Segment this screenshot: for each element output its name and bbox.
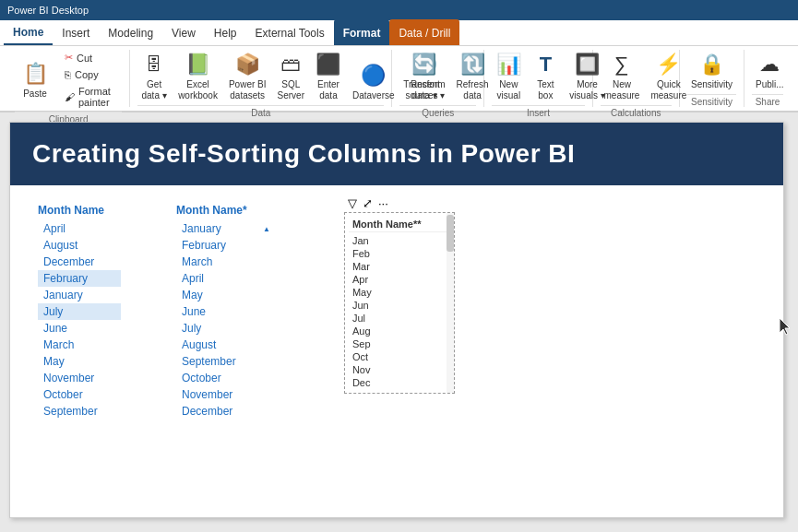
- paste-icon: 📋: [22, 61, 48, 87]
- publish-label: Publi...: [756, 79, 784, 90]
- sensitivity-button[interactable]: 🔒 Sensitivity: [687, 50, 736, 92]
- tab-view[interactable]: View: [162, 19, 205, 45]
- quick-measure-icon: ⚡: [656, 52, 682, 77]
- new-visual-button[interactable]: 📊 Newvisual: [492, 50, 525, 103]
- sensitivity-icon: 🔒: [699, 52, 725, 77]
- sql-server-button[interactable]: 🗃 SQLServer: [274, 50, 308, 103]
- cut-label: Cut: [77, 53, 92, 64]
- paste-label: Paste: [23, 89, 47, 100]
- slicer-item[interactable]: Oct: [349, 350, 450, 363]
- slicer-item[interactable]: Aug: [349, 325, 450, 337]
- dataverse-icon: 🔵: [361, 63, 387, 89]
- dataverse-button[interactable]: 🔵 Dataverse: [349, 61, 399, 103]
- list-item: May: [176, 287, 270, 303]
- slicer-scrollbar[interactable]: [447, 213, 454, 393]
- list-item: July: [38, 303, 121, 320]
- tab-external-tools[interactable]: External Tools: [246, 19, 334, 45]
- ribbon-group-sensitivity: 🔒 Sensitivity Sensitivity: [680, 50, 744, 107]
- excel-workbook-button[interactable]: 📗 Excelworkbook: [174, 50, 221, 103]
- enter-data-button[interactable]: ⬛ Enterdata: [312, 50, 345, 103]
- tab-insert[interactable]: Insert: [53, 19, 99, 45]
- share-items: ☁ Publi...: [752, 50, 788, 92]
- column-2: Month Name* January ▲ February March Apr…: [176, 204, 270, 420]
- list-item: June: [176, 303, 270, 320]
- dataverse-label: Dataverse: [352, 90, 395, 101]
- list-item: September: [176, 353, 270, 370]
- main-content: Creating Self-Sorting Columns in Power B…: [0, 112, 798, 532]
- queries-group-label: Queries: [399, 105, 476, 118]
- ribbon-group-insert: 📊 Newvisual T Textbox 🔲 Morevisuals ▾ In…: [484, 50, 592, 107]
- ribbon-group-data: 🗄 Getdata ▾ 📗 Excelworkbook 📦 Power BIda…: [130, 50, 392, 107]
- title-bar: Power BI Desktop: [0, 0, 798, 20]
- get-data-label: Getdata ▾: [142, 79, 167, 101]
- tab-format[interactable]: Format: [334, 19, 390, 45]
- transform-data-icon: 🔄: [411, 52, 437, 77]
- queries-items: 🔄 Transformdata ▾ 🔃 Refreshdata: [399, 50, 492, 103]
- list-item: February: [38, 270, 121, 287]
- ribbon-body: 📋 Paste ✂ Cut ⎘ Copy 🖌 Format painter Cl…: [0, 46, 798, 112]
- share-group-label: Share: [752, 94, 783, 107]
- ribbon-group-queries: 🔄 Transformdata ▾ 🔃 Refreshdata Queries: [392, 50, 484, 107]
- tab-data-drill[interactable]: Data / Drill: [389, 19, 459, 45]
- slicer-item[interactable]: Feb: [349, 247, 450, 260]
- excel-workbook-label: Excelworkbook: [178, 79, 218, 101]
- text-box-button[interactable]: T Textbox: [529, 50, 562, 103]
- insert-items: 📊 Newvisual T Textbox 🔲 Morevisuals ▾: [492, 50, 608, 103]
- canvas: Creating Self-Sorting Columns in Power B…: [9, 122, 784, 518]
- enter-data-icon: ⬛: [316, 52, 341, 77]
- slicer-item[interactable]: Dec: [349, 376, 450, 389]
- slicer-item[interactable]: Sep: [349, 337, 450, 350]
- slicer-wrapper: ▽ ⤢ ··· Month Name** Jan Feb Mar Apr May…: [344, 195, 455, 420]
- slicer-item[interactable]: Jul: [349, 312, 450, 325]
- column-1: Month Name April August December Februar…: [38, 204, 121, 420]
- tab-home[interactable]: Home: [4, 19, 53, 45]
- format-painter-button[interactable]: 🖌 Format painter: [59, 84, 122, 110]
- ribbon-group-clipboard: 📋 Paste ✂ Cut ⎘ Copy 🖌 Format painter Cl…: [7, 50, 130, 107]
- get-data-button[interactable]: 🗄 Getdata ▾: [137, 50, 171, 103]
- tab-modeling[interactable]: Modeling: [99, 19, 162, 45]
- paste-button[interactable]: 📋 Paste: [15, 50, 55, 110]
- clipboard-small-buttons: ✂ Cut ⎘ Copy 🖌 Format painter: [59, 50, 122, 110]
- insert-group-label: Insert: [492, 105, 584, 118]
- list-item: December: [176, 403, 270, 420]
- clipboard-items: 📋 Paste ✂ Cut ⎘ Copy 🖌 Format painter: [15, 50, 122, 110]
- sort-asc-icon: ▲: [263, 225, 270, 233]
- transform-data-label: Transformdata ▾: [403, 79, 445, 101]
- slicer-visual: Month Name** Jan Feb Mar Apr May Jun Jul…: [344, 212, 455, 394]
- transform-data-button[interactable]: 🔄 Transformdata ▾: [399, 50, 448, 103]
- more-options-icon[interactable]: ···: [378, 196, 388, 210]
- text-box-label: Textbox: [537, 79, 554, 101]
- format-painter-icon: 🖌: [65, 91, 75, 102]
- slicer-item[interactable]: Mar: [349, 260, 450, 273]
- new-visual-icon: 📊: [495, 52, 521, 77]
- list-item: May: [38, 353, 121, 370]
- cut-button[interactable]: ✂ Cut: [59, 50, 122, 65]
- filter-icon[interactable]: ▽: [348, 196, 357, 210]
- sensitivity-items: 🔒 Sensitivity: [687, 50, 736, 92]
- copy-button[interactable]: ⎘ Copy: [59, 67, 122, 82]
- list-item: April: [176, 270, 270, 287]
- enter-data-label: Enterdata: [317, 79, 339, 101]
- slicer-item[interactable]: Jun: [349, 299, 450, 312]
- refresh-label: Refreshdata: [457, 79, 489, 101]
- excel-workbook-icon: 📗: [185, 52, 211, 77]
- focus-mode-icon[interactable]: ⤢: [363, 196, 373, 210]
- list-item: June: [38, 320, 121, 337]
- sql-server-label: SQLServer: [278, 79, 304, 101]
- new-visual-label: Newvisual: [497, 79, 521, 101]
- publish-icon: ☁: [756, 52, 782, 77]
- list-item: October: [38, 386, 121, 403]
- power-bi-datasets-button[interactable]: 📦 Power BIdatasets: [225, 50, 270, 103]
- slicer-header: Month Name**: [349, 217, 450, 232]
- list-item: October: [176, 370, 270, 386]
- slicer-item[interactable]: Apr: [349, 273, 450, 286]
- tab-help[interactable]: Help: [205, 19, 246, 45]
- publish-button[interactable]: ☁ Publi...: [752, 50, 788, 92]
- list-item: November: [176, 386, 270, 403]
- slicer-item[interactable]: Jan: [349, 234, 450, 247]
- list-item: August: [38, 237, 121, 254]
- sensitivity-label: Sensitivity: [691, 79, 732, 90]
- new-measure-button[interactable]: ∑ Newmeasure: [601, 50, 644, 103]
- slicer-item[interactable]: Nov: [349, 363, 450, 376]
- slicer-item[interactable]: May: [349, 286, 450, 299]
